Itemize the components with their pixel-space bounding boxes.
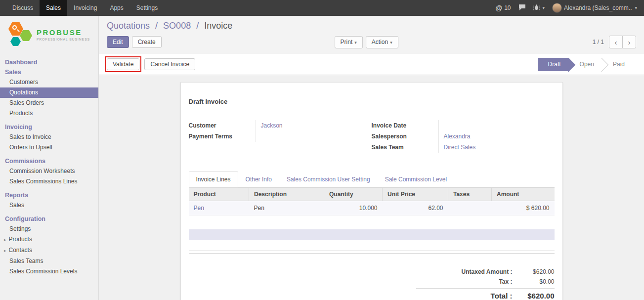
sidebar-item-config-products[interactable]: ▸Products — [0, 234, 98, 245]
tax-value: $0.00 — [513, 278, 555, 285]
avatar — [552, 3, 562, 13]
print-label: Print — [341, 39, 353, 45]
col-header-taxes: Taxes — [448, 188, 492, 201]
sidebar-item-products[interactable]: Products — [0, 108, 98, 119]
customer-label: Customer — [189, 120, 256, 131]
breadcrumb-separator: / — [196, 21, 199, 31]
col-header-product: Product — [189, 188, 249, 201]
tab-sale-commission-level[interactable]: Sale Commission Level — [378, 171, 454, 187]
col-header-quantity: Quantity — [324, 188, 383, 201]
col-header-description: Description — [249, 188, 324, 201]
menu-sales[interactable]: Sales — [40, 0, 67, 16]
sidebar-item-commission-worksheets[interactable]: Commission Worksheets — [0, 166, 98, 176]
tab-invoice-lines[interactable]: Invoice Lines — [189, 171, 238, 187]
breadcrumb-so008[interactable]: SO008 — [163, 21, 191, 31]
tab-other-info[interactable]: Other Info — [238, 171, 279, 187]
sidebar-item-dashboard[interactable]: Dashboard — [0, 57, 98, 67]
menu-apps[interactable]: Apps — [103, 0, 129, 16]
sidebar-item-sales-teams[interactable]: Sales Teams — [0, 256, 98, 266]
payment-terms-label: Payment Terms — [189, 131, 256, 142]
mentions-button[interactable]: @ 10 — [496, 4, 511, 12]
pager-previous-button[interactable]: ‹ — [609, 36, 623, 48]
sales-team-label: Sales Team — [372, 142, 438, 153]
sidebar-item-sales-commissions-lines[interactable]: Sales Commissions Lines — [0, 176, 98, 187]
probuse-logo-icon — [8, 22, 33, 47]
untaxed-amount-label: Untaxed Amount : — [416, 268, 513, 275]
action-label: Action — [372, 39, 388, 45]
tax-label: Tax : — [416, 278, 513, 285]
cancel-invoice-button[interactable]: Cancel Invoice — [144, 58, 195, 70]
annotation-highlight-box: Validate — [105, 56, 141, 72]
workflow-toolbar: Validate Cancel Invoice Draft Open Paid — [99, 54, 644, 75]
edit-button[interactable]: Edit — [107, 36, 129, 48]
sidebar-item-config-contacts[interactable]: ▸Contacts — [0, 245, 98, 256]
statusbar: Draft Open Paid — [538, 58, 633, 71]
cell-amount: $ 620.00 — [492, 201, 555, 215]
print-dropdown[interactable]: Print▾ — [335, 36, 363, 48]
sidebar-item-sales-orders[interactable]: Sales Orders — [0, 98, 98, 108]
sidebar-section-sales[interactable]: Sales — [0, 67, 98, 77]
sidebar-item-customers[interactable]: Customers — [0, 77, 98, 87]
debug-menu-button[interactable]: ▾ — [533, 4, 545, 12]
sidebar-item-sales-to-invoice[interactable]: Sales to Invoice — [0, 132, 98, 142]
breadcrumb-quotations[interactable]: Quotations — [107, 21, 150, 31]
sidebar-item-sales-commission-levels[interactable]: Sales Commission Levels — [0, 266, 98, 277]
sidebar-item-quotations[interactable]: Quotations — [0, 87, 98, 98]
totals-block: Untaxed Amount : $620.00 Tax : $0.00 Tot… — [416, 267, 555, 300]
magnifier-icon — [12, 25, 17, 30]
chevron-down-icon: ▾ — [635, 5, 637, 10]
right-field-group: Invoice Date Salesperson Alexandra Sales… — [372, 120, 555, 153]
sidebar-item-settings[interactable]: Settings — [0, 224, 98, 234]
invoice-date-value — [438, 120, 555, 131]
menu-invoicing[interactable]: Invoicing — [67, 0, 103, 16]
sidebar-nav: Dashboard Sales Customers Quotations Sal… — [0, 55, 98, 277]
cell-description: Pen — [249, 201, 324, 215]
caret-right-icon: ▸ — [4, 248, 6, 253]
caret-right-icon: ▸ — [4, 237, 6, 242]
sales-team-value[interactable]: Direct Sales — [438, 142, 555, 153]
breadcrumb-separator: / — [155, 21, 158, 31]
col-header-amount: Amount — [492, 188, 555, 201]
action-dropdown[interactable]: Action▾ — [366, 36, 398, 48]
user-name: Alexandra (Sales_comm.. — [564, 4, 632, 11]
cell-unit-price: 62.00 — [383, 201, 448, 215]
cell-taxes — [448, 201, 492, 215]
payment-terms-value — [256, 131, 372, 142]
tab-sales-commission-user-setting[interactable]: Sales Commission User Setting — [279, 171, 378, 187]
pager-next-button[interactable]: › — [622, 36, 636, 48]
main-area: Quotations / SO008 / Invoice Edit Create… — [99, 16, 644, 300]
sidebar-item-orders-to-upsell[interactable]: Orders to Upsell — [0, 142, 98, 153]
total-row: Total : $620.00 — [416, 288, 555, 300]
invoice-date-label: Invoice Date — [372, 120, 438, 131]
pager-counter: 1 / 1 — [593, 39, 604, 45]
user-menu[interactable]: Alexandra (Sales_comm.. ▾ — [552, 3, 637, 13]
sidebar-section-invoicing[interactable]: Invoicing — [0, 122, 98, 132]
col-header-unit-price: Unit Price — [383, 188, 448, 201]
section-separator — [189, 251, 555, 254]
action-dropdowns: Print▾ Action▾ — [335, 36, 398, 48]
customer-value[interactable]: Jackson — [256, 120, 372, 131]
salesperson-value[interactable]: Alexandra — [438, 131, 555, 142]
app-menus: Discuss Sales Invoicing Apps Settings — [0, 0, 164, 16]
menu-settings[interactable]: Settings — [130, 0, 164, 16]
systray: @ 10 ▾ Alexandra (Sales_comm.. ▾ — [496, 0, 644, 16]
status-draft[interactable]: Draft — [538, 58, 569, 71]
create-button[interactable]: Create — [132, 36, 162, 48]
sidebar-section-reports[interactable]: Reports — [0, 190, 98, 200]
sidebar-section-commissions[interactable]: Commissions — [0, 156, 98, 166]
breadcrumb-current: Invoice — [204, 21, 232, 31]
brand-name: PROBUSE — [37, 28, 90, 37]
total-value: $620.00 — [513, 292, 555, 300]
table-row[interactable]: Pen Pen 10.000 62.00 $ 620.00 — [189, 201, 555, 215]
probuse-logo: PROBUSE PROFESSIONAL BUSINESS — [0, 16, 98, 55]
menu-discuss[interactable]: Discuss — [6, 0, 40, 16]
validate-button[interactable]: Validate — [107, 58, 139, 70]
cell-product: Pen — [189, 201, 249, 215]
invoice-state-title: Draft Invoice — [189, 98, 555, 105]
sidebar-section-configuration[interactable]: Configuration — [0, 214, 98, 224]
tax-row: Tax : $0.00 — [416, 277, 555, 287]
sidebar-item-reports-sales[interactable]: Sales — [0, 200, 98, 211]
messages-button[interactable] — [518, 4, 526, 12]
sidebar-item-label: Products — [9, 236, 32, 243]
field-groups: Customer Jackson Payment Terms Invoice D… — [189, 120, 555, 153]
